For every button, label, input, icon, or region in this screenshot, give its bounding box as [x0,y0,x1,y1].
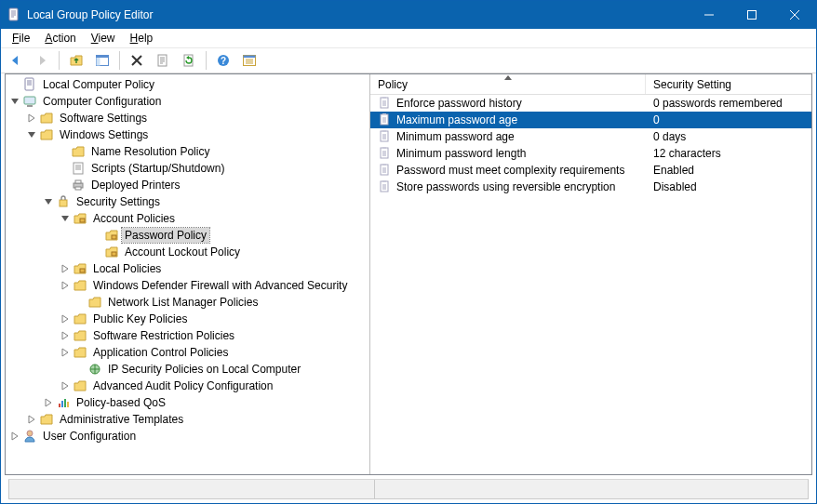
forward-button[interactable] [31,49,53,72]
tree-admin-templates[interactable]: Administrative Templates [6,411,369,428]
maximize-button[interactable] [730,1,773,29]
folder-icon [73,378,87,393]
tree-deployed-printers[interactable]: Deployed Printers [6,177,369,193]
expand-toggle[interactable] [58,312,73,326]
tree-local-policies[interactable]: Local Policies [6,260,369,277]
properties-button[interactable] [152,49,174,72]
tree-password-policy[interactable]: Password Policy [6,227,369,244]
folder-lock-icon [73,261,87,276]
svg-rect-38 [382,164,386,166]
tree-policy-based-qos[interactable]: Policy-based QoS [6,394,369,411]
folder-icon [87,295,102,310]
app-icon [7,7,21,22]
tree-app-control-policies[interactable]: Application Control Policies [6,344,369,361]
tree-label: Software Settings [57,111,150,126]
policy-name: Minimum password age [396,130,515,143]
list-header: Policy Security Setting [370,74,811,95]
expand-toggle[interactable] [58,378,73,393]
expand-toggle[interactable] [58,328,73,343]
tree-public-key-policies[interactable]: Public Key Policies [6,311,369,327]
tree-scripts[interactable]: Scripts (Startup/Shutdown) [6,160,369,177]
tree-ipsec[interactable]: IP Security Policies on Local Computer [6,361,369,378]
tree-label: Deployed Printers [88,178,182,192]
security-icon [56,194,71,209]
menu-view[interactable]: View [84,30,123,46]
tree-root[interactable]: Local Computer Policy [6,76,369,93]
menu-help[interactable]: Help [123,30,161,46]
folder-icon [73,328,87,343]
expand-toggle[interactable] [58,261,73,276]
tree-computer-configuration[interactable]: Computer Configuration [6,93,369,110]
tree-pane[interactable]: Local Computer Policy Computer Configura… [6,74,370,474]
tree-user-configuration[interactable]: User Configuration [6,428,369,444]
svg-rect-18 [60,200,67,206]
menu-action[interactable]: Action [37,30,83,46]
printer-icon [71,178,86,192]
expand-toggle[interactable] [58,211,73,226]
list-row[interactable]: Maximum password age0 [370,112,811,128]
tree-label: IP Security Policies on Local Computer [105,362,303,377]
back-button[interactable] [5,49,27,72]
svg-rect-16 [75,180,81,183]
close-button[interactable] [773,1,816,29]
expand-toggle[interactable] [41,194,56,209]
tree-label: Software Restriction Policies [90,328,237,343]
svg-rect-21 [112,252,116,256]
list-row[interactable]: Store passwords using reversible encrypt… [370,179,811,195]
tree-wdf[interactable]: Windows Defender Firewall with Advanced … [6,277,369,294]
svg-rect-19 [80,219,85,222]
minimize-button[interactable] [688,1,730,29]
expand-toggle[interactable] [58,345,73,360]
policy-setting: Disabled [653,180,697,193]
policy-item-icon [378,179,393,194]
help-button[interactable]: ? [212,49,234,72]
policy-doc-icon [22,77,37,92]
list-row[interactable]: Password must meet complexity requiremen… [370,162,811,179]
tree-software-restriction[interactable]: Software Restriction Policies [6,327,369,344]
tree-advanced-audit[interactable]: Advanced Audit Policy Configuration [6,378,369,394]
policy-item-icon [378,113,393,127]
tree-label: Advanced Audit Policy Configuration [90,378,275,393]
expand-toggle[interactable] [7,94,22,109]
show-hide-tree-button[interactable] [91,49,114,72]
expand-toggle[interactable] [24,111,39,126]
toolbar-separator [206,51,207,70]
export-list-button[interactable] [238,49,261,72]
column-header-security-setting[interactable]: Security Setting [646,74,811,94]
refresh-button[interactable] [178,49,200,72]
folder-lock-icon [104,228,119,243]
svg-rect-10 [244,56,256,59]
tree-name-resolution-policy[interactable]: Name Resolution Policy [6,143,369,160]
list-pane[interactable]: Policy Security Setting Enforce password… [370,74,811,474]
tree-label: Password Policy [122,228,209,243]
tree-account-lockout-policy[interactable]: Account Lockout Policy [6,244,369,260]
folder-icon [71,144,86,159]
svg-rect-12 [24,97,35,104]
list-row[interactable]: Minimum password length12 characters [370,145,811,162]
tree-nlm[interactable]: Network List Manager Policies [6,294,369,311]
folder-icon [39,412,54,427]
tree-label: Windows Defender Firewall with Advanced … [90,278,350,293]
folder-icon [73,312,87,326]
expand-toggle[interactable] [24,127,39,142]
expand-toggle[interactable] [24,412,39,427]
folder-icon [73,345,87,360]
menu-file[interactable]: File [5,30,37,46]
list-row[interactable]: Minimum password age0 days [370,128,811,145]
delete-button[interactable] [126,49,148,72]
tree-windows-settings[interactable]: Windows Settings [6,126,369,143]
svg-rect-24 [59,404,60,407]
list-row[interactable]: Enforce password history0 passwords reme… [370,95,811,112]
ipsec-icon [87,362,102,377]
tree-account-policies[interactable]: Account Policies [6,210,369,227]
expand-toggle[interactable] [41,395,56,410]
svg-rect-36 [382,147,386,149]
tree-label: Computer Configuration [40,94,164,109]
up-button[interactable] [65,49,87,72]
svg-rect-27 [67,402,69,407]
column-header-policy[interactable]: Policy [370,74,646,94]
tree-security-settings[interactable]: Security Settings [6,193,369,210]
expand-toggle[interactable] [7,429,22,444]
tree-software-settings[interactable]: Software Settings [6,110,369,126]
expand-toggle[interactable] [58,278,73,293]
